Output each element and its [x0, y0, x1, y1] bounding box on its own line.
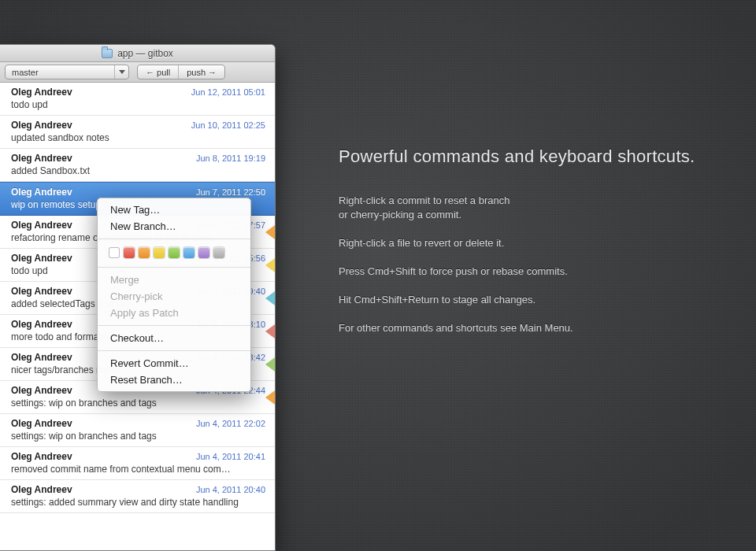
commit-author: Oleg Andreev [11, 451, 72, 462]
pull-button[interactable]: ← pull [138, 65, 178, 79]
menu-reset-branch[interactable]: Reset Branch… [98, 372, 250, 388]
toolbar: master ← pull push → [0, 62, 275, 83]
tag-marker-icon [265, 291, 275, 305]
commit-date: Jun 4, 2011 20:40 [196, 485, 265, 494]
commit-author: Oleg Andreev [11, 153, 72, 164]
copy-p1: Right-click a commit to reset a branch o… [339, 194, 732, 222]
commit-message: added Sandbox.txt [11, 165, 265, 176]
menu-apply-patch[interactable]: Apply as Patch [98, 305, 250, 321]
commit-date: Jun 4, 2011 22:02 [196, 419, 265, 428]
commit-author: Oleg Andreev [11, 87, 72, 98]
tag-marker-icon [265, 225, 275, 239]
push-button[interactable]: push → [178, 65, 224, 79]
commit-message: settings: wip on branches and tags [11, 398, 265, 409]
commit-author: Oleg Andreev [11, 385, 72, 396]
menu-separator [98, 267, 250, 268]
swatch-gray[interactable] [213, 247, 224, 258]
tag-marker-icon [265, 324, 275, 338]
swatch-none[interactable] [109, 247, 120, 258]
commit-message: settings: added summary view and dirty s… [11, 497, 265, 508]
commit-date: Jun 4, 2011 20:41 [196, 452, 265, 461]
menu-merge[interactable]: Merge [98, 272, 250, 288]
copy-heading: Powerful commands and keyboard shortcuts… [339, 146, 732, 167]
commit-message: settings: wip on branches and tags [11, 431, 265, 442]
commit-message: todo upd [11, 99, 265, 110]
commit-row[interactable]: Oleg AndreevJun 4, 2011 22:02settings: w… [0, 414, 275, 447]
swatch-red[interactable] [124, 247, 135, 258]
copy-p1b: or cherry-picking a commit. [339, 209, 461, 220]
window-title: app — gitbox [117, 48, 173, 59]
menu-cherry-pick[interactable]: Cherry-pick [98, 288, 250, 305]
copy-p1a: Right-click a commit to reset a branch [339, 194, 510, 206]
commit-author: Oleg Andreev [11, 352, 72, 363]
commit-row[interactable]: Oleg AndreevJun 12, 2011 05:01todo upd [0, 83, 275, 116]
commit-author: Oleg Andreev [11, 484, 72, 495]
tag-marker-icon [265, 357, 275, 372]
commit-date: Jun 12, 2011 05:01 [191, 87, 265, 97]
chevron-down-icon [114, 65, 128, 79]
branch-dropdown-value: master [12, 68, 39, 77]
copy-p3: Press Cmd+Shift to force push or rebase … [339, 264, 732, 279]
commit-date: Jun 8, 2011 19:19 [196, 153, 265, 163]
menu-separator [98, 325, 250, 326]
swatch-yellow[interactable] [154, 247, 165, 258]
commit-message: removed commit name from contextual menu… [11, 464, 265, 475]
swatch-orange[interactable] [139, 247, 150, 258]
pull-push-segmented: ← pull push → [137, 65, 225, 80]
branch-dropdown[interactable]: master [5, 65, 129, 80]
swatch-green[interactable] [169, 247, 180, 258]
commit-author: Oleg Andreev [11, 220, 72, 231]
menu-checkout[interactable]: Checkout… [98, 330, 250, 346]
commit-row[interactable]: Oleg AndreevJun 10, 2011 02:25updated sa… [0, 116, 275, 149]
menu-colour-swatches [98, 243, 250, 263]
menu-revert-commit[interactable]: Revert Commit… [98, 355, 250, 372]
commit-row[interactable]: Oleg AndreevJun 8, 2011 19:19added Sandb… [0, 149, 275, 182]
menu-separator [98, 350, 250, 351]
commit-author: Oleg Andreev [11, 120, 72, 131]
folder-icon [102, 49, 113, 58]
menu-separator [98, 239, 250, 239]
commit-row[interactable]: Oleg AndreevJun 4, 2011 20:40settings: a… [0, 480, 275, 513]
marketing-copy: Powerful commands and keyboard shortcuts… [339, 146, 732, 349]
commit-message: updated sandbox notes [11, 132, 265, 143]
tag-marker-icon [265, 390, 275, 405]
menu-new-branch[interactable]: New Branch… [98, 218, 250, 235]
commit-author: Oleg Andreev [11, 253, 72, 264]
copy-p5: For other commands and shortcuts see Mai… [339, 321, 732, 335]
commit-date: Jun 7, 2011 22:50 [196, 187, 265, 197]
commit-row[interactable]: Oleg AndreevJun 4, 2011 20:41removed com… [0, 447, 275, 480]
commit-author: Oleg Andreev [11, 187, 72, 198]
swatch-blue[interactable] [183, 247, 195, 258]
commit-author: Oleg Andreev [11, 418, 72, 429]
copy-p2: Right-click a file to revert or delete i… [339, 236, 732, 250]
window-titlebar[interactable]: app — gitbox [0, 45, 275, 62]
context-menu: New Tag… New Branch… Merge Cherry-pick A… [97, 198, 251, 392]
commit-author: Oleg Andreev [11, 286, 72, 297]
copy-p4: Hit Cmd+Shift+Return to stage all change… [339, 293, 732, 307]
swatch-purple[interactable] [198, 247, 209, 258]
commit-date: Jun 10, 2011 02:25 [191, 120, 265, 130]
commit-author: Oleg Andreev [11, 319, 72, 330]
menu-new-tag[interactable]: New Tag… [98, 202, 250, 218]
tag-marker-icon [265, 258, 275, 272]
